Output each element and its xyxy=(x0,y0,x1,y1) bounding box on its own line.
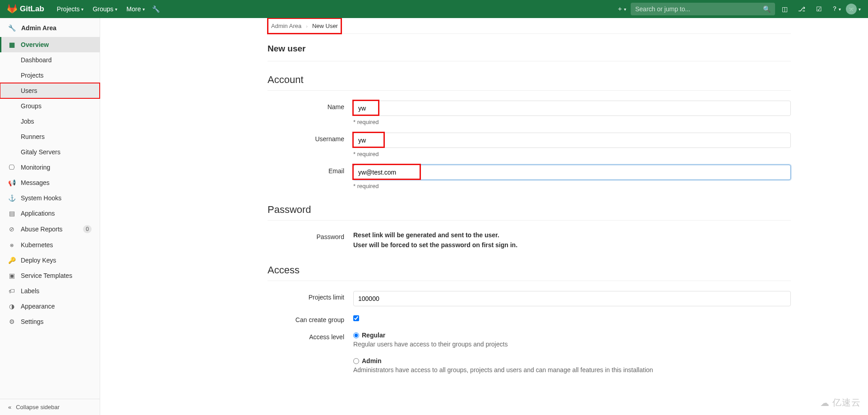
sidebar-jobs-label: Jobs xyxy=(21,118,34,125)
merge-requests-link[interactable]: ⎇ xyxy=(794,0,809,18)
chevron-down-icon: ▾ xyxy=(859,7,861,12)
sidebar-deploy-keys[interactable]: 🔑Deploy Keys xyxy=(0,253,100,268)
breadcrumb-root[interactable]: Admin Area xyxy=(271,23,301,29)
collapse-sidebar-label: Collapse sidebar xyxy=(16,404,60,410)
access-regular-radio[interactable] xyxy=(353,332,359,338)
row-projects-limit: Projects limit xyxy=(268,286,791,308)
gitlab-logo-icon xyxy=(7,4,17,14)
sidebar-dashboard[interactable]: Dashboard xyxy=(0,52,100,68)
global-search[interactable]: 🔍 xyxy=(631,3,775,15)
sidebar-appearance-label: Appearance xyxy=(21,303,55,310)
page-title: New user xyxy=(268,34,791,61)
nav-more-label: More xyxy=(126,5,141,13)
sidebar-labels-label: Labels xyxy=(21,287,39,295)
new-dropdown[interactable]: ＋▾ xyxy=(614,0,629,18)
sidebar-gitaly[interactable]: Gitaly Servers xyxy=(0,144,100,160)
avatar-icon xyxy=(846,4,857,14)
svg-point-2 xyxy=(849,8,850,9)
sidebar-service-templates[interactable]: ▣Service Templates xyxy=(0,268,100,283)
svg-point-3 xyxy=(852,8,853,9)
breadcrumb: Admin Area › New User xyxy=(268,18,342,34)
breadcrumb-current: New User xyxy=(312,23,338,29)
kubernetes-icon: ⎈ xyxy=(8,241,15,249)
access-admin-label: Admin xyxy=(362,357,382,364)
collapse-sidebar[interactable]: « Collapse sidebar xyxy=(0,399,100,415)
issues-icon: ◫ xyxy=(782,5,788,13)
nav-groups-label: Groups xyxy=(92,5,113,13)
sidebar-applications[interactable]: ▤Applications xyxy=(0,206,100,221)
password-note-1: Reset link will be generated and sent to… xyxy=(353,231,791,240)
sidebar-messages[interactable]: 📢Messages xyxy=(0,175,100,190)
row-username: Username * required xyxy=(268,127,791,159)
search-input[interactable] xyxy=(635,5,763,13)
row-email: Email * required xyxy=(268,159,791,191)
sidebar-context: 🔧 Admin Area xyxy=(0,18,100,37)
access-admin-radio[interactable] xyxy=(353,358,359,364)
help-link[interactable]: ？▾ xyxy=(828,0,844,18)
can-create-group-label: Can create group xyxy=(268,314,353,323)
sidebar-kubernetes[interactable]: ⎈Kubernetes xyxy=(0,237,100,253)
sidebar-users-label: Users xyxy=(21,87,37,94)
sidebar-groups-label: Groups xyxy=(21,102,42,110)
nav-groups[interactable]: Groups▾ xyxy=(88,0,122,18)
sidebar-labels[interactable]: 🏷Labels xyxy=(0,283,100,299)
sidebar-groups[interactable]: Groups xyxy=(0,98,100,114)
sidebar-system-hooks-label: System Hooks xyxy=(21,194,61,202)
hook-icon: ⚓ xyxy=(8,194,15,202)
user-menu[interactable]: ▾ xyxy=(845,0,861,18)
content-area: Admin Area › New User New user Account N… xyxy=(100,18,868,415)
sidebar-overview[interactable]: ▦ Overview xyxy=(0,37,100,52)
access-admin-option[interactable]: Admin xyxy=(353,357,791,364)
nav-projects[interactable]: Projects▾ xyxy=(52,0,88,18)
todos-link[interactable]: ☑ xyxy=(811,0,826,18)
plus-icon: ＋ xyxy=(617,5,623,13)
issues-link[interactable]: ◫ xyxy=(777,0,792,18)
sidebar-context-label: Admin Area xyxy=(21,24,56,32)
brand[interactable]: GitLab xyxy=(7,4,44,14)
username-input[interactable] xyxy=(353,133,791,148)
sidebar-messages-label: Messages xyxy=(21,179,50,186)
sidebar-settings-label: Settings xyxy=(21,318,44,325)
chevron-down-icon: ▾ xyxy=(81,7,83,12)
can-create-group-checkbox[interactable] xyxy=(353,315,359,321)
sidebar-applications-label: Applications xyxy=(21,210,55,217)
chevron-down-icon: ▾ xyxy=(839,7,841,12)
name-label: Name xyxy=(268,101,353,125)
sidebar-monitoring[interactable]: 🖵Monitoring xyxy=(0,160,100,175)
row-password: Password Reset link will be generated an… xyxy=(268,225,791,252)
sidebar-deploy-keys-label: Deploy Keys xyxy=(21,257,56,264)
sidebar-runners[interactable]: Runners xyxy=(0,129,100,144)
sidebar-abuse-reports[interactable]: ⊘ Abuse Reports 0 xyxy=(0,221,100,237)
wrench-icon: 🔧 xyxy=(152,5,160,13)
email-input[interactable] xyxy=(353,165,791,180)
nav-admin-wrench[interactable]: 🔧 xyxy=(149,0,162,18)
sidebar-appearance[interactable]: ◑Appearance xyxy=(0,299,100,314)
sidebar-settings[interactable]: ⚙Settings xyxy=(0,314,100,329)
row-access-level: Access level Regular Regular users have … xyxy=(268,325,791,384)
sidebar-projects-label: Projects xyxy=(21,72,44,79)
sidebar-system-hooks[interactable]: ⚓System Hooks xyxy=(0,190,100,206)
sidebar-overview-label: Overview xyxy=(21,41,49,48)
username-label: Username xyxy=(268,133,353,157)
sidebar-service-templates-label: Service Templates xyxy=(21,272,72,279)
chevron-right-icon: › xyxy=(306,23,308,29)
name-input[interactable] xyxy=(353,101,791,116)
sidebar-users[interactable]: Users xyxy=(0,83,100,98)
row-can-create-group: Can create group xyxy=(268,308,791,325)
gear-icon: ⚙ xyxy=(8,318,15,325)
sidebar-jobs[interactable]: Jobs xyxy=(0,114,100,129)
question-icon: ？ xyxy=(831,5,838,13)
projects-limit-label: Projects limit xyxy=(268,291,353,306)
access-regular-label: Regular xyxy=(362,332,385,339)
email-required-hint: * required xyxy=(353,183,791,189)
nav-more[interactable]: More▾ xyxy=(122,0,149,18)
access-regular-option[interactable]: Regular xyxy=(353,332,791,339)
sidebar-projects[interactable]: Projects xyxy=(0,68,100,83)
top-navbar: GitLab Projects▾ Groups▾ More▾ 🔧 ＋▾ 🔍 ◫ … xyxy=(0,0,868,18)
username-required-hint: * required xyxy=(353,151,791,157)
svg-point-5 xyxy=(852,10,853,11)
brand-text: GitLab xyxy=(20,5,44,14)
projects-limit-input[interactable] xyxy=(353,291,791,306)
merge-request-icon: ⎇ xyxy=(798,5,805,13)
svg-point-4 xyxy=(850,10,850,11)
